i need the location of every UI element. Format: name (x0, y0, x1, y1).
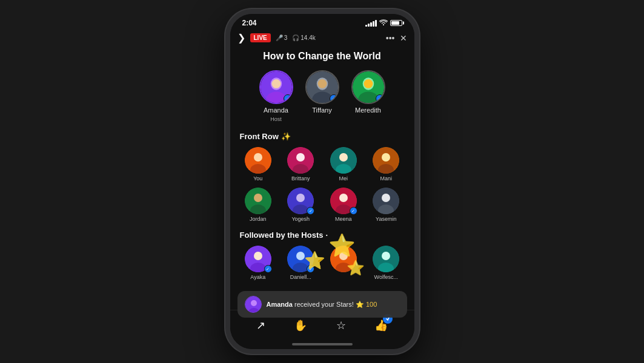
participant-mani[interactable]: Mani (368, 147, 405, 182)
avatar-daniell: ✓ (287, 246, 314, 272)
avatar-ayaka: ✓ (245, 246, 271, 272)
svg-point-0 (383, 24, 384, 25)
svg-point-50 (251, 300, 257, 306)
chevron-down-icon[interactable]: ❯ (237, 32, 245, 44)
followed-grid: ✓ Ayaka (240, 246, 405, 280)
share-button[interactable]: ↗ (254, 316, 268, 335)
verified-badge-ayaka: ✓ (264, 265, 272, 273)
svg-point-29 (296, 194, 305, 202)
avatar-mei (330, 147, 357, 174)
signal-bar-5 (375, 20, 377, 27)
avatar-you (245, 147, 271, 174)
avatar-mani (373, 147, 399, 174)
participant-name-mani: Mani (380, 175, 392, 182)
verified-badge-daniell: ✓ (307, 265, 314, 273)
participant-name-meena: Meena (335, 216, 352, 222)
host-name-meredith: Meredith (355, 106, 381, 114)
headphone-icon: 🎧 (292, 34, 299, 41)
signal-bar-4 (373, 21, 374, 27)
svg-point-47 (382, 252, 390, 260)
toast-message: received your Stars! (293, 301, 354, 308)
toast-stars: ⭐ 100 (356, 301, 377, 308)
svg-point-12 (363, 79, 373, 88)
toast-sender: Amanda (267, 301, 293, 308)
participant-anon[interactable] (325, 246, 362, 280)
participant-wolfesc[interactable]: Wolfesc... (368, 246, 405, 280)
followed-header: Followed by the Hosts · (240, 231, 405, 240)
participant-name-ayaka: Ayaka (250, 274, 265, 280)
verified-badge-tiffany: ✓ (330, 94, 338, 103)
host-item-meredith[interactable]: ✓ Meredith (351, 70, 385, 122)
participant-meena[interactable]: ✓ Meena (325, 188, 362, 222)
like-button-container[interactable]: 👍 (372, 319, 390, 332)
front-row-grid: You (240, 147, 405, 222)
close-button[interactable]: ✕ (400, 33, 407, 43)
participant-brittany[interactable]: Brittany (282, 147, 319, 182)
participant-name-mei: Mei (339, 175, 348, 182)
verified-badge-amanda: ✓ (284, 94, 292, 103)
svg-point-32 (339, 194, 348, 202)
followed-dot: · (325, 231, 328, 240)
svg-point-4 (271, 79, 281, 88)
wave-button[interactable]: ✋ (291, 316, 310, 335)
participant-name-wolfesc: Wolfesc... (374, 274, 398, 280)
avatar-tiffany: ✓ (305, 70, 339, 104)
verified-badge-meredith: ✓ (376, 94, 384, 103)
svg-point-44 (339, 252, 348, 260)
phone-screen: 2:04 (230, 14, 414, 349)
svg-point-20 (339, 153, 348, 162)
phone-frame: 2:04 (225, 9, 419, 354)
participant-ayaka[interactable]: ✓ Ayaka (240, 246, 277, 280)
star-button[interactable]: ☆ (334, 316, 348, 335)
participant-name-daniell: Daniell... (290, 274, 311, 280)
svg-point-35 (382, 194, 390, 202)
verified-badge-meena: ✓ (350, 207, 357, 215)
svg-point-26 (254, 194, 262, 202)
room-title: How to Change the World (240, 51, 405, 62)
participant-name-you: You (253, 175, 262, 182)
verified-badge-yogesh: ✓ (307, 207, 314, 215)
avatar-meredith: ✓ (351, 70, 385, 104)
front-row-header: Front Row ✨ (240, 132, 405, 141)
avatar-brittany (287, 147, 314, 174)
host-item-tiffany[interactable]: ✓ Tiffany (305, 70, 339, 122)
hosts-row: ✓ Amanda Host (240, 70, 405, 122)
participant-daniell[interactable]: ✓ Daniell... (282, 246, 319, 280)
svg-point-17 (296, 153, 305, 162)
mic-icon: 🎤 (276, 34, 283, 41)
avatar-yasemin (373, 188, 399, 214)
svg-point-14 (254, 153, 262, 162)
participant-yogesh[interactable]: ✓ Yogesh (282, 188, 319, 222)
participant-you[interactable]: You (240, 147, 277, 182)
battery-icon (390, 20, 402, 26)
avatar-amanda: ✓ (259, 70, 293, 104)
status-bar: 2:04 (230, 14, 414, 30)
host-name-amanda: Amanda (264, 106, 288, 114)
signal-bar-3 (370, 22, 372, 27)
front-row-label: Front Row (240, 132, 279, 141)
svg-point-23 (382, 153, 390, 162)
participant-name-yasemin: Yasemin (376, 216, 396, 222)
top-bar: ❯ LIVE 🎤 3 🎧 14.4k ••• ✕ (230, 30, 414, 46)
main-content: How to Change the World ✓ (230, 46, 414, 310)
avatar-meena: ✓ (330, 188, 357, 214)
participant-jordan[interactable]: Jordan (240, 188, 277, 222)
wifi-icon (379, 19, 388, 27)
more-options-button[interactable]: ••• (386, 33, 395, 43)
participant-mei[interactable]: Mei (325, 147, 362, 182)
signal-bars (365, 20, 377, 27)
participant-yasemin[interactable]: Yasemin (368, 188, 405, 222)
headphone-count: 🎧 14.4k (292, 34, 315, 41)
live-badge: LIVE (250, 33, 271, 42)
followed-label: Followed by the Hosts (240, 231, 324, 240)
participant-name-jordan: Jordan (250, 216, 267, 222)
avatar-wolfesc (373, 246, 399, 272)
toast-avatar (245, 296, 262, 313)
avatar-jordan (245, 188, 271, 214)
signal-bar-2 (368, 24, 370, 27)
avatar-anon (330, 246, 357, 272)
host-item-amanda[interactable]: ✓ Amanda Host (259, 70, 293, 122)
participant-name-brittany: Brittany (291, 175, 310, 182)
host-label: Host (270, 116, 282, 122)
host-name-tiffany: Tiffany (312, 106, 331, 114)
